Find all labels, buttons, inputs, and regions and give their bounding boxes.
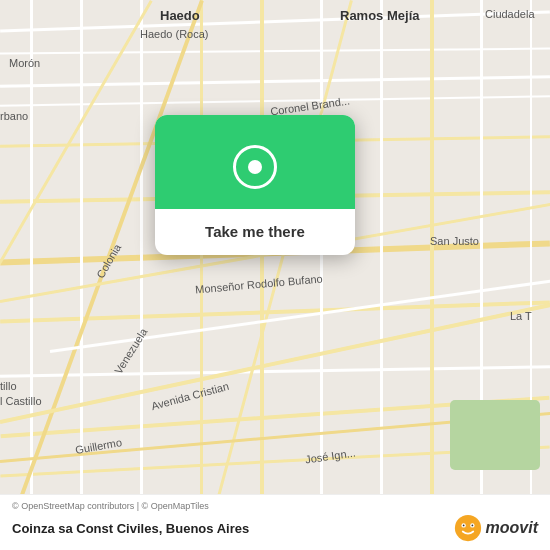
road xyxy=(320,0,323,550)
popup-card: Take me there xyxy=(155,115,355,255)
card-green-section xyxy=(155,115,355,209)
svg-point-0 xyxy=(454,515,480,541)
bottom-bar: © OpenStreetMap contributors | © OpenMap… xyxy=(0,494,550,550)
svg-point-4 xyxy=(471,525,473,527)
moovit-label: moovit xyxy=(486,519,538,537)
attribution-text: © OpenStreetMap contributors | © OpenMap… xyxy=(12,501,538,511)
pin-dot xyxy=(248,160,262,174)
location-pin-icon xyxy=(233,145,277,189)
map-container: Haedo Haedo (Roca) Ramos Mejía Ciudadela… xyxy=(0,0,550,550)
road xyxy=(260,0,264,550)
park-area xyxy=(450,400,540,470)
location-name: Coinza sa Const Civiles, Buenos Aires xyxy=(12,521,249,536)
road xyxy=(430,0,434,550)
moovit-logo: moovit xyxy=(454,514,538,542)
road xyxy=(200,0,203,550)
bottom-info-row: Coinza sa Const Civiles, Buenos Aires mo… xyxy=(12,514,538,542)
card-button-section: Take me there xyxy=(155,209,355,255)
take-me-there-button[interactable]: Take me there xyxy=(205,223,305,240)
moovit-face-icon xyxy=(454,514,482,542)
road xyxy=(80,0,83,550)
svg-point-3 xyxy=(462,525,464,527)
road xyxy=(380,0,383,550)
